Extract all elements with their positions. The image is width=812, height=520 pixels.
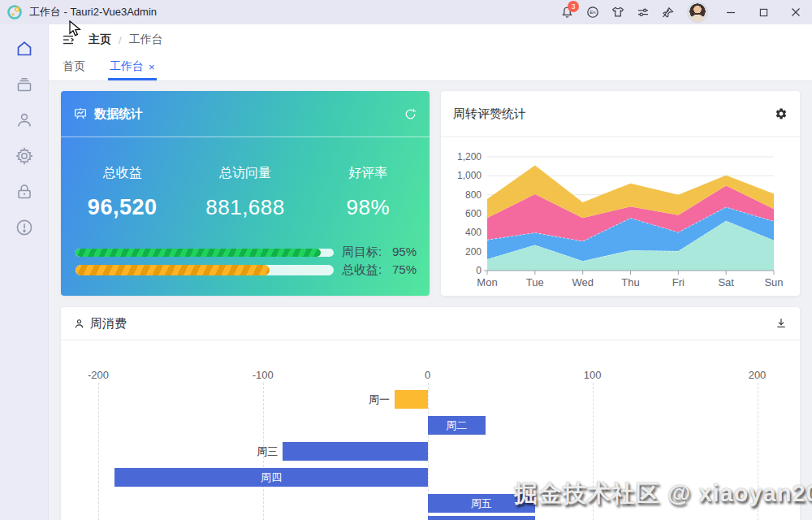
y-axis-label: 800 — [465, 189, 482, 201]
x-axis-label: -100 — [253, 369, 274, 381]
gear-icon — [775, 107, 788, 120]
watermark: 掘金技术社区 @ xiaoyan2015 — [514, 478, 812, 510]
y-axis-label: 0 — [476, 265, 482, 276]
weekly-rating-card: 周转评赞统计 02004006008001,0001,200MonTueWedT… — [441, 91, 800, 296]
chart-settings-button[interactable] — [775, 107, 788, 120]
tab-workbench-label: 工作台 — [110, 59, 144, 74]
progress-fill — [76, 249, 321, 257]
language-switch-button[interactable]: En — [580, 0, 605, 24]
y-axis-label: 1,000 — [457, 170, 482, 181]
weekly-rating-title: 周转评赞统计 — [453, 106, 775, 122]
sidebar-item-settings[interactable] — [8, 138, 41, 174]
bar-周一 — [395, 390, 428, 409]
sidebar-item-lock[interactable] — [8, 174, 41, 210]
language-icon: En — [585, 5, 600, 20]
y-axis-label: 200 — [465, 246, 482, 258]
archive-icon — [15, 75, 34, 94]
stat-positive-rate: 好评率 98% — [307, 165, 430, 220]
tab-bar: 首页 工作台 × — [49, 55, 812, 81]
refresh-button[interactable] — [404, 107, 417, 121]
titlebar: 工作台 - Tauri2-Vue3Admin 3 En — [0, 0, 812, 24]
x-axis-label: Thu — [621, 276, 639, 288]
tab-workbench[interactable]: 工作台 × — [108, 55, 157, 80]
progress-total-revenue: 总收益: 75% — [76, 262, 417, 278]
progress-fill — [76, 265, 270, 275]
breadcrumb-current: 工作台 — [129, 32, 163, 47]
grid-line — [98, 383, 99, 520]
sidebar-item-home[interactable] — [8, 31, 41, 67]
close-button[interactable] — [780, 0, 812, 24]
data-statistics-header: 数据统计 — [61, 91, 430, 137]
download-icon — [775, 317, 788, 330]
maximize-icon — [759, 8, 768, 17]
x-axis-label: Mon — [477, 276, 497, 288]
x-axis-label: Wed — [572, 276, 594, 288]
bar-label: 周四 — [114, 468, 428, 487]
sidebar-item-user[interactable] — [8, 102, 41, 138]
content-area: 数据统计 总收益 96,520 总访问量 881,688 — [49, 81, 812, 520]
download-button[interactable] — [775, 317, 788, 330]
stat-total-visits: 总访问量 881,688 — [184, 165, 306, 220]
notification-bell-button[interactable]: 3 — [555, 0, 580, 24]
user-avatar[interactable] — [687, 2, 708, 23]
weekly-consumption-title: 周消费 — [90, 316, 775, 332]
stat-label: 总访问量 — [184, 165, 306, 182]
x-axis-label: 100 — [584, 369, 602, 381]
refresh-icon — [404, 107, 417, 121]
stat-value: 881,688 — [184, 195, 306, 220]
progress-label: 总收益: — [342, 262, 382, 278]
x-axis-label: Sat — [718, 276, 734, 288]
close-icon — [791, 7, 801, 17]
dashboard-board-icon — [73, 106, 88, 121]
sliders-icon — [636, 5, 650, 20]
sidebar-item-archive[interactable] — [8, 67, 41, 102]
x-axis-label: -200 — [88, 369, 109, 381]
progress-percent: 95% — [392, 245, 417, 260]
stat-label: 总收益 — [61, 165, 184, 182]
minimize-button[interactable] — [715, 0, 747, 24]
tab-home[interactable]: 首页 — [61, 55, 87, 80]
person-icon — [73, 318, 85, 330]
bar-label: 周一 — [352, 390, 390, 409]
stat-value: 96,520 — [61, 195, 184, 220]
tab-home-label: 首页 — [63, 59, 85, 74]
y-axis-label: 600 — [465, 208, 482, 219]
bar-label: 周六 — [428, 516, 535, 520]
breadcrumb-home[interactable]: 主页 — [89, 32, 111, 47]
data-statistics-card: 数据统计 总收益 96,520 总访问量 881,688 — [61, 91, 430, 296]
fold-menu-icon — [61, 32, 76, 47]
stat-value: 98% — [307, 195, 430, 220]
stat-total-revenue: 总收益 96,520 — [61, 165, 184, 220]
bar-label: 周三 — [240, 442, 278, 461]
weekly-rating-header: 周转评赞统计 — [441, 91, 800, 137]
pin-window-button[interactable] — [655, 0, 680, 24]
progress-track — [76, 265, 334, 275]
x-axis-label: 0 — [425, 369, 430, 381]
y-axis-label: 1,200 — [457, 151, 482, 162]
warning-icon — [15, 218, 34, 237]
app-logo-icon — [6, 4, 23, 20]
sidebar-item-warning[interactable] — [8, 210, 41, 245]
lock-icon — [15, 182, 34, 202]
y-axis-label: 400 — [465, 227, 482, 238]
svg-text:En: En — [590, 10, 595, 15]
pin-icon — [661, 6, 675, 20]
collapse-menu-button[interactable] — [61, 32, 76, 47]
tab-close-icon[interactable]: × — [149, 62, 155, 72]
sidebar — [0, 24, 49, 520]
stacked-area-chart[interactable]: 02004006008001,0001,200MonTueWedThuFriSa… — [441, 137, 800, 295]
maximize-button[interactable] — [747, 0, 780, 24]
progress-percent: 75% — [392, 262, 417, 278]
progress-label: 周目标: — [342, 245, 382, 260]
home-icon — [15, 39, 34, 58]
breadcrumb-separator: / — [119, 34, 122, 46]
layout-settings-button[interactable] — [630, 0, 655, 24]
window-title: 工作台 - Tauri2-Vue3Admin — [29, 5, 157, 20]
x-axis-label: Tue — [526, 276, 544, 288]
progress-week-goal: 周目标: 95% — [76, 245, 417, 260]
user-icon — [15, 110, 34, 130]
minimize-icon — [726, 7, 736, 17]
main-area: 主页 / 工作台 首页 工作台 × 数据统计 — [49, 24, 812, 520]
bar-label: 周二 — [428, 416, 486, 435]
theme-skin-button[interactable] — [605, 0, 630, 24]
